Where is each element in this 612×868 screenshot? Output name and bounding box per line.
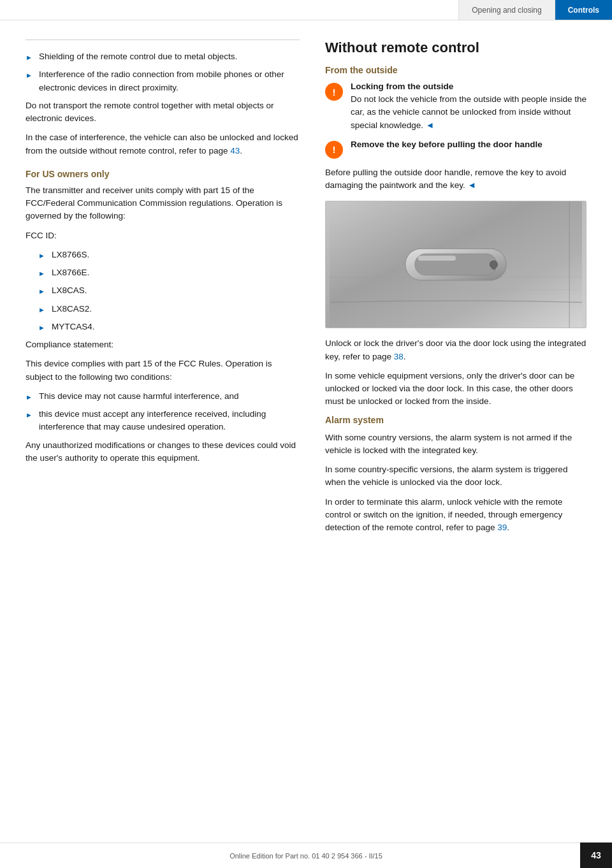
fcc-item-3: ► LX8CAS.: [38, 284, 300, 297]
header-bar: Opening and closing Controls: [0, 0, 612, 20]
para-door2: Unlock or lock the driver's door via the…: [325, 337, 586, 363]
warning-text-1: Do not lock the vehicle from the outside…: [351, 93, 586, 132]
para-fcc-intro: The transmitter and receiver units compl…: [26, 184, 300, 223]
bullet-arrow-fcc5: ►: [38, 322, 45, 333]
warning-title-2: Remove the key before pulling the door h…: [351, 140, 586, 149]
bullet-arrow-fcc4: ►: [38, 305, 45, 315]
tab-controls[interactable]: Controls: [555, 0, 612, 20]
fcc-item-1-text: LX8766S.: [52, 249, 89, 261]
compliance-bullet-1: ► This device may not cause harmful inte…: [26, 390, 300, 403]
para-door1: Before pulling the outside door handle, …: [325, 166, 586, 192]
warning-icon-2: !: [325, 141, 343, 159]
alarm-para1: With some country versions, the alarm sy…: [325, 431, 586, 458]
footer-text: Online Edition for Part no. 01 40 2 954 …: [229, 852, 382, 860]
compliance-label: Compliance statement:: [26, 338, 300, 351]
bullet-interference-text: Interference of the radio connection fro…: [39, 68, 300, 94]
endmark-2: ◄: [467, 180, 476, 190]
para-unauthorized: Any unauthorized modifications or change…: [26, 439, 300, 465]
footer: Online Edition for Part no. 01 40 2 954 …: [0, 843, 612, 868]
fcc-item-5-text: MYTCAS4.: [52, 321, 95, 333]
tab-opening-closing[interactable]: Opening and closing: [458, 0, 554, 20]
fcc-item-3-text: LX8CAS.: [52, 284, 87, 297]
warning-title-1: Locking from the outside: [351, 82, 586, 91]
alarm-heading: Alarm system: [325, 415, 586, 425]
bullet-arrow-icon: ►: [26, 52, 33, 63]
para-transport: Do not transport the remote control toge…: [26, 99, 300, 126]
endmark-1: ◄: [426, 120, 434, 130]
warning-content-1: Locking from the outside Do not lock the…: [351, 82, 586, 132]
compliance-bullet-2: ► this device must accept any interferen…: [26, 408, 300, 434]
fcc-item-1: ► LX8766S.: [38, 249, 300, 261]
link-page-43[interactable]: 43: [230, 146, 240, 156]
bullet-item-interference: ► Interference of the radio connection f…: [26, 68, 300, 94]
bullet-arrow-fcc2: ►: [38, 268, 45, 279]
compliance-bullet-1-text: This device may not cause harmful interf…: [39, 390, 239, 403]
bullet-shielding-text: Shielding of the remote control due to m…: [39, 50, 237, 63]
alarm-para3: In order to terminate this alarm, unlock…: [325, 496, 586, 535]
warning-content-2: Remove the key before pulling the door h…: [351, 140, 586, 151]
bullet-arrow-comp2: ►: [26, 410, 33, 434]
car-door-image: [325, 201, 586, 328]
link-page-39[interactable]: 39: [497, 523, 507, 532]
bullet-arrow-comp1: ►: [26, 392, 33, 403]
left-column: ► Shielding of the remote control due to…: [26, 40, 300, 540]
compliance-para: This device complies with part 15 of the…: [26, 358, 300, 384]
for-us-heading: For US owners only: [26, 169, 300, 179]
fcc-item-4-text: LX8CAS2.: [52, 303, 92, 315]
from-outside-heading: From the outside: [325, 65, 586, 75]
warning-block-2: ! Remove the key before pulling the door…: [325, 140, 586, 159]
para-door3: In some vehicle equipment versions, only…: [325, 370, 586, 409]
compliance-bullet-2-text: this device must accept any interference…: [39, 408, 300, 434]
fcc-item-4: ► LX8CAS2.: [38, 303, 300, 315]
header-tabs: Opening and closing Controls: [458, 0, 612, 20]
svg-rect-6: [492, 264, 495, 270]
bullet-arrow-fcc3: ►: [38, 286, 45, 297]
warning-block-1: ! Locking from the outside Do not lock t…: [325, 82, 586, 132]
link-page-38[interactable]: 38: [394, 352, 404, 361]
right-column: Without remote control From the outside …: [325, 40, 586, 540]
fcc-id-label: FCC ID:: [26, 229, 300, 242]
bullet-item-shielding: ► Shielding of the remote control due to…: [26, 50, 300, 63]
warning-icon-1: !: [325, 83, 343, 101]
svg-rect-7: [418, 256, 456, 261]
bullet-arrow-fcc1: ►: [38, 250, 45, 261]
fcc-item-2: ► LX8766E.: [38, 266, 300, 279]
fcc-list: ► LX8766S. ► LX8766E. ► LX8CAS. ► LX8CAS…: [38, 249, 300, 333]
alarm-para2: In some country-specific versions, the a…: [325, 463, 586, 489]
fcc-item-2-text: LX8766E.: [52, 266, 89, 279]
para-interference: In the case of interference, the vehicle…: [26, 131, 300, 157]
page-number: 43: [580, 843, 612, 868]
main-title: Without remote control: [325, 40, 586, 56]
fcc-item-5: ► MYTCAS4.: [38, 321, 300, 333]
main-content: ► Shielding of the remote control due to…: [0, 20, 612, 579]
bullet-arrow-icon-2: ►: [26, 70, 33, 94]
